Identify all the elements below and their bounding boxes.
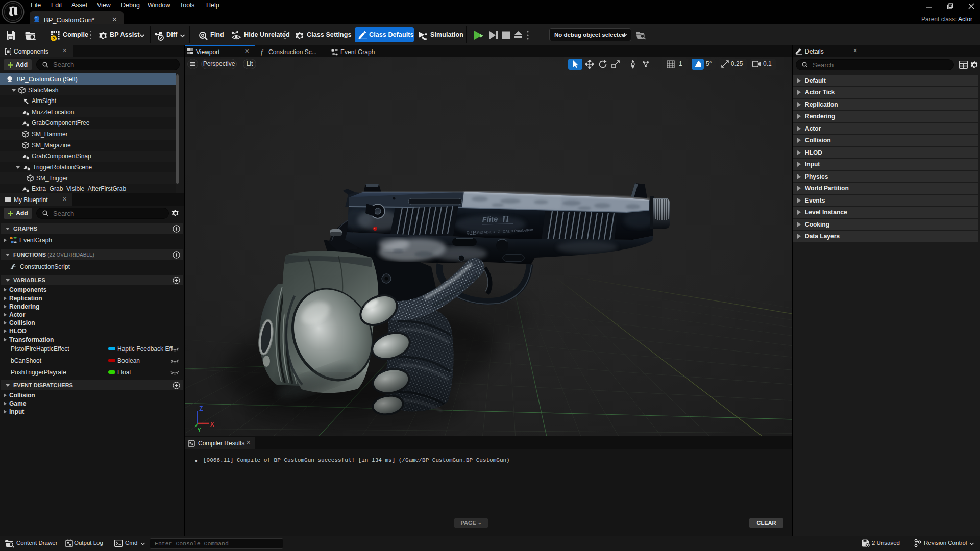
svg-text:92B: 92B	[466, 229, 477, 237]
svg-text:Z: Z	[199, 405, 203, 412]
svg-text:Y: Y	[197, 427, 201, 434]
svg-text:II: II	[501, 214, 510, 224]
svg-text:X: X	[210, 421, 214, 428]
svg-text:?: ?	[52, 36, 55, 41]
svg-text:Flite: Flite	[482, 214, 498, 224]
